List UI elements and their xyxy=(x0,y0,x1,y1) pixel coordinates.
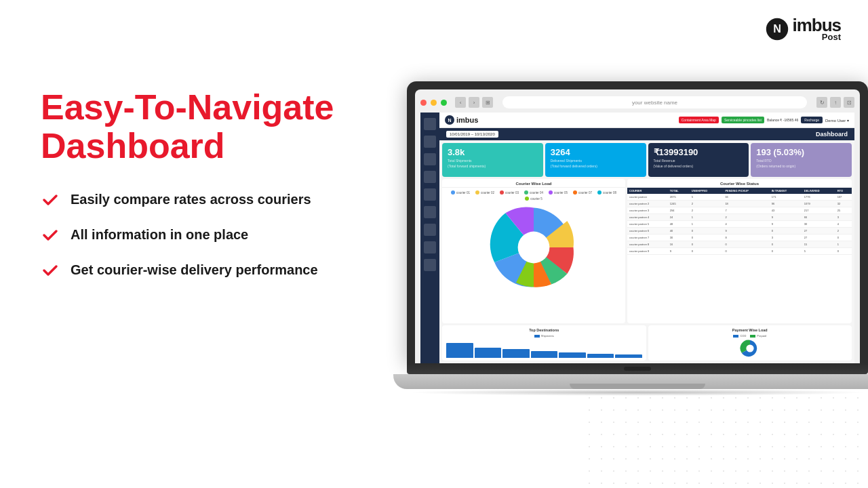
bar-2 xyxy=(475,348,502,358)
containment-area-btn[interactable]: Containment Area Map xyxy=(679,117,719,123)
payment-legend: COD Prepaid xyxy=(652,334,848,338)
table-cell-0-0: courier partner xyxy=(627,194,668,201)
dashboard-main: N imbus Containment Area Map Serviceable… xyxy=(439,113,854,363)
kpi-delivered-label: Delivered Shipments xyxy=(551,159,641,163)
table-row: courier partner 548149304 xyxy=(627,221,852,228)
browser-refresh-btn[interactable]: ↻ xyxy=(816,97,827,108)
sidebar-tools-btn[interactable] xyxy=(424,224,436,236)
serviceable-pincodes-btn[interactable]: Serviceable pincodes list xyxy=(722,117,764,123)
top-dest-legend: Shipments xyxy=(446,334,642,338)
table-cell-3-6: 3 xyxy=(835,214,852,221)
table-cell-2-2: 2 xyxy=(690,207,724,214)
table-cell-7-5: 15 xyxy=(802,241,835,248)
payment-chart-visual xyxy=(652,339,848,358)
table-cell-2-5: 217 xyxy=(802,207,835,214)
bottom-charts-row: Top Destinations Shipments xyxy=(439,323,854,363)
table-cell-1-5: 1079 xyxy=(802,201,835,207)
legend-c02: courier 02 xyxy=(475,190,494,195)
browser-nav-icons: ‹ › ⊞ xyxy=(455,97,493,108)
table-cell-3-4: 9 xyxy=(770,214,802,221)
courier-status-table: COURIER TOTAL UNSHIPPED PENDING PICKUP I… xyxy=(627,188,852,255)
bar-1 xyxy=(446,343,473,358)
sidebar-integrations-btn[interactable] xyxy=(424,241,436,253)
table-cell-7-1: 16 xyxy=(668,241,690,248)
table-cell-3-1: 24 xyxy=(668,214,690,221)
browser-dot-red xyxy=(420,100,427,106)
table-cell-5-6: 2 xyxy=(835,228,852,235)
table-cell-1-0: courier partner 2 xyxy=(627,201,668,207)
table-cell-3-0: courier partner 4 xyxy=(627,214,668,221)
table-cell-6-5: 27 xyxy=(802,235,835,241)
kpi-rto-sublabel: (Orders returned to origin) xyxy=(756,164,846,168)
table-row: courier partner20755161711776107 xyxy=(627,194,852,201)
legend-c03: courier 03 xyxy=(500,190,519,195)
courier-status-table-card: Courier Wise Status COURIER TOTAL UNSHIP… xyxy=(627,179,852,323)
legend-c5: courier 5 xyxy=(525,197,542,201)
kpi-shipments-sublabel: (Total forward shipments) xyxy=(448,164,538,168)
main-heading: Easy-To-Navigate Dashboard xyxy=(41,88,366,165)
kpi-revenue-label: Total Revenue xyxy=(654,159,744,163)
legend-c05: courier 05 xyxy=(549,190,568,195)
payment-pie-svg xyxy=(733,339,767,358)
pie-chart-area: courier 01 courier 02 courier 03 xyxy=(442,188,625,294)
kpi-delivered-sublabel: (Total forward delivered orders) xyxy=(551,164,641,168)
table-row: courier partner 2124521896107932 xyxy=(627,201,852,207)
table-cell-7-4: 0 xyxy=(770,241,802,248)
th-transit: IN TRANSIT xyxy=(770,188,802,194)
sidebar-shipments-btn[interactable] xyxy=(424,153,436,165)
user-menu-btn[interactable]: Demo User ▾ xyxy=(825,118,849,123)
table-cell-2-1: 294 xyxy=(668,207,690,214)
laptop-chin xyxy=(407,363,868,374)
table-cell-2-0: courier partner 3 xyxy=(627,207,668,214)
table-cell-5-4: 0 xyxy=(770,228,802,235)
payment-wise-title: Payment Wise Load xyxy=(652,328,848,332)
browser-menu-btn[interactable]: ⊡ xyxy=(844,97,854,108)
browser-back-btn[interactable]: ‹ xyxy=(455,97,466,108)
sidebar-help-btn[interactable] xyxy=(424,259,436,271)
courier-load-chart: Courier Wise Load courier 01 xyxy=(442,179,625,323)
table-cell-4-0: courier partner 5 xyxy=(627,221,668,228)
sidebar-reports-btn[interactable] xyxy=(424,188,436,201)
recharge-btn[interactable]: Recharge xyxy=(801,117,823,123)
th-pending: PENDING PICKUP xyxy=(723,188,769,194)
courier-status-title: Courier Wise Status xyxy=(627,179,852,188)
table-cell-6-1: 30 xyxy=(668,235,690,241)
check-icon-3 xyxy=(41,260,60,279)
feature-text-2: All information in one place xyxy=(71,227,248,243)
legend-c08: courier 08 xyxy=(597,190,616,195)
browser-share-btn[interactable]: ↑ xyxy=(830,97,841,108)
sidebar-settings-btn[interactable] xyxy=(424,206,436,218)
table-cell-6-2: 0 xyxy=(690,235,724,241)
kpi-rto-value: 193 (5.03%) xyxy=(756,147,846,157)
table-cell-7-2: 0 xyxy=(690,241,724,248)
date-range-input[interactable]: 10/01/2019 – 10/13/2020 xyxy=(446,131,498,138)
browser-tab-btn[interactable]: ⊞ xyxy=(482,97,493,108)
table-cell-5-5: 27 xyxy=(802,228,835,235)
table-cell-1-3: 18 xyxy=(723,201,769,207)
table-row: courier partner 3294274321725 xyxy=(627,207,852,214)
check-icon-1 xyxy=(41,190,60,209)
dashboard-logo-icon: N xyxy=(445,115,454,125)
table-cell-6-3: 8 xyxy=(723,235,769,241)
th-total: TOTAL xyxy=(668,188,690,194)
table-cell-7-3: 0 xyxy=(723,241,769,248)
sidebar-tracking-btn[interactable] xyxy=(424,171,436,183)
table-cell-8-5: 5 xyxy=(802,248,835,255)
sidebar-home-btn[interactable] xyxy=(424,118,436,130)
table-cell-5-3: 9 xyxy=(723,228,769,235)
feature-list: Easily compare rates across couriers All… xyxy=(41,190,366,279)
dashboard-header-buttons: Containment Area Map Serviceable pincode… xyxy=(679,117,849,123)
table-cell-5-0: courier partner 6 xyxy=(627,228,668,235)
table-cell-7-6: 1 xyxy=(835,241,852,248)
bar-6 xyxy=(587,354,614,358)
table-cell-7-0: courier partner 8 xyxy=(627,241,668,248)
sidebar-orders-btn[interactable] xyxy=(424,136,436,148)
table-cell-8-4: 0 xyxy=(770,248,802,255)
logo-post-text: Post xyxy=(792,33,841,41)
browser-forward-btn[interactable]: › xyxy=(469,97,479,108)
legend-dot-c04 xyxy=(524,190,528,195)
dashboard-logo: N imbus xyxy=(445,115,478,125)
browser-address-bar[interactable]: your website name xyxy=(502,96,807,108)
table-cell-1-6: 32 xyxy=(835,201,852,207)
laptop-shadow xyxy=(407,389,868,396)
